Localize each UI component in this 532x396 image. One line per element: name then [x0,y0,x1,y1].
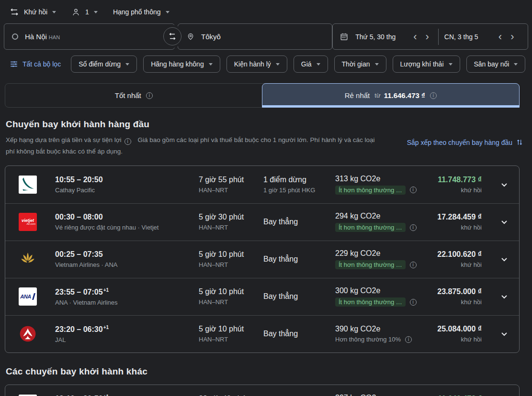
flight-row[interactable]: 19:10 – 20:50+1 Cathay Pacific 23 giờ 40… [5,385,519,396]
info-icon[interactable] [146,92,153,99]
cabin-class-selector[interactable]: Hạng phổ thông [113,8,170,16]
flight-price: 22.100.620 ₫ [431,250,482,259]
info-icon[interactable] [410,187,417,193]
expand-flight-button[interactable] [489,328,519,340]
flight-row[interactable]: 00:25 – 07:35 Vietnam Airlines · ANA 5 g… [5,241,519,278]
cathay-pacific-logo [19,176,37,194]
emissions-badge: Ít hơn thông thường … [335,223,406,232]
flight-stops: Bay thẳng [263,218,335,226]
chevron-down-icon [498,253,510,265]
date-divider [438,29,439,45]
return-date-prev-button[interactable] [494,32,506,42]
expand-flight-button[interactable] [489,253,519,265]
emissions-badge: Ít hơn thông thường … [335,260,406,269]
flight-times: 23:55 – 07:05+1 [55,287,199,297]
flight-stops: Bay thẳng [263,255,335,264]
layover-detail: 1 giờ 15 phút HKG [263,187,335,194]
filter-chip[interactable]: Lượng khí thải [393,55,460,73]
depart-date-value: Thứ 5, 30 thg [355,33,409,41]
filter-chip[interactable]: Kiện hành lý [226,55,287,73]
all-filters-button[interactable]: Tất cả bộ lọc [10,60,61,68]
flight-row[interactable]: 23:20 – 06:30+1 JAL 5 giờ 10 phút HAN–NR… [5,315,519,352]
chevron-down-icon [375,63,379,66]
expand-flight-button[interactable] [489,216,519,228]
origin-city: Hà Nội [25,33,47,41]
flight-duration: 5 giờ 10 phút [199,250,263,259]
flight-row[interactable]: vietjetAir.com 00:30 – 08:00 Vé riêng đư… [5,203,519,241]
flight-price: 11.646.473 ₫ [431,395,482,396]
airline-name: Vé riêng được đặt cùng nhau · Vietjet [55,224,199,231]
flight-price: 25.084.000 ₫ [431,325,482,333]
flight-row[interactable]: ANA 23:55 – 07:05+1 ANA · Vietnam Airlin… [5,278,519,315]
trip-type-selector[interactable]: Khứ hồi [10,7,56,17]
swap-arrows-icon [168,32,177,41]
filters-bar: Tất cả bộ lọc Số điểm dừngHãng hàng khôn… [0,50,532,77]
filter-chip[interactable]: Thời gian [334,55,386,73]
chevron-down-icon [514,63,518,66]
co2-amount: 313 kg CO2e [335,175,431,183]
passengers-count: 1 [85,8,89,16]
co2-amount: 229 kg CO2e [335,249,431,258]
price-trip-type: khứ hồi [431,261,482,268]
airline-name: JAL [55,336,199,343]
expand-flight-button[interactable] [489,291,519,302]
filter-chip[interactable]: Giá [294,55,328,73]
search-options-bar: Khứ hồi 1 Hạng phổ thông [0,0,532,22]
info-icon[interactable] [410,299,417,306]
swap-locations-button[interactable] [163,27,181,45]
chevron-down-icon [449,63,453,66]
destination-input[interactable]: Tôkyô [178,23,332,50]
chevron-down-icon [209,63,213,66]
person-icon [71,8,80,17]
filter-chip-label: Hãng hàng không [151,60,204,68]
info-icon[interactable] [430,92,437,99]
filter-chip[interactable]: Số điểm dừng [71,55,137,73]
sort-by-top-flights-link[interactable]: Sắp xếp theo chuyến bay hàng đầu [407,138,523,146]
flight-times: 19:10 – 20:50+1 [55,394,199,396]
section-subtitle: Xếp hạng dựa trên giá tiền và sự tiện lợ… [6,134,375,158]
depart-date-prev-button[interactable] [409,32,421,42]
filter-chip[interactable]: Hãng hàng không [143,55,220,73]
chevron-down-icon [498,291,510,302]
calendar-icon [340,32,349,41]
info-icon[interactable] [125,138,131,145]
depart-date-next-button[interactable] [421,32,433,42]
flight-stops: Bay thẳng [263,330,335,338]
filter-chip-label: Sân bay nối [474,60,509,68]
chevron-down-icon [166,11,170,13]
destination-city: Tôkyô [201,33,221,41]
emissions-badge: Ít hơn thông thường … [335,186,406,195]
tab-cheapest-price: 11.646.473 ₫ [384,91,425,99]
chevron-down-icon [498,179,510,190]
price-trip-type: khứ hồi [431,224,482,231]
flight-duration: 7 giờ 55 phút [199,176,263,184]
trip-type-label: Khứ hồi [24,8,47,16]
airline-name: ANA · Vietnam Airlines [55,299,199,306]
filter-chip[interactable]: Sân bay nối [466,55,526,73]
tune-icon [10,60,18,68]
search-fields-row: Hà NộiHAN Tôkyô Thứ 5, 30 thg CN, 3 thg … [0,22,532,50]
tab-best[interactable]: Tốt nhất [5,84,262,107]
flight-times: 00:25 – 07:35 [55,250,199,259]
flight-duration: 5 giờ 10 phút [199,287,263,296]
sort-arrows-icon [516,138,523,146]
flight-row[interactable]: 10:55 – 20:50 Cathay Pacific 7 giờ 55 ph… [5,166,519,203]
chevron-down-icon [498,216,510,228]
info-icon[interactable] [410,224,417,231]
return-date-next-button[interactable] [506,32,518,42]
expand-flight-button[interactable] [489,179,519,190]
filter-chips: Số điểm dừngHãng hàng khôngKiện hành lýG… [71,55,525,73]
other-flights-list: 19:10 – 20:50+1 Cathay Pacific 23 giờ 40… [5,385,520,396]
flight-times: 00:30 – 08:00 [55,213,199,221]
info-icon[interactable] [405,336,412,343]
location-pin-icon [187,32,194,41]
origin-input[interactable]: Hà NộiHAN [4,23,175,50]
tab-cheapest-label: Rẻ nhất [345,91,370,99]
tab-cheapest[interactable]: Rẻ nhất từ 11.646.473 ₫ [262,83,520,108]
date-range-picker[interactable]: Thứ 5, 30 thg CN, 3 thg 5 [332,23,528,50]
passengers-selector[interactable]: 1 [71,8,98,17]
jal-logo [19,325,37,343]
info-icon[interactable] [410,262,417,268]
flight-route: HAN–NRT [199,261,263,268]
flight-stops: 1 điểm dừng [263,176,335,184]
